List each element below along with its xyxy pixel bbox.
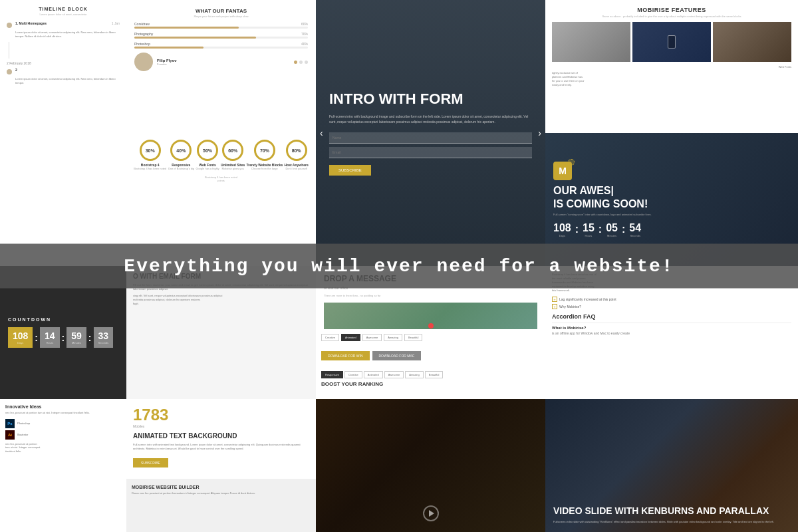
panel-dark-photo bbox=[316, 399, 545, 532]
skill-photoshop-percent: 40% bbox=[301, 42, 308, 46]
play-triangle bbox=[429, 510, 434, 517]
skills-subtitle: Shape your future web project with sharp… bbox=[134, 15, 308, 18]
intro-form-prev-arrow[interactable]: ‹ bbox=[320, 128, 323, 138]
cs-days: 108 Days bbox=[553, 222, 571, 237]
mobirise-img-3 bbox=[713, 22, 791, 62]
cd-days-num: 108 bbox=[13, 331, 28, 341]
timeline-item1-text: Lorem ipsum dolor sit amet, consectetur … bbox=[15, 31, 120, 38]
cd-sep1: : bbox=[35, 332, 38, 343]
intro-form-next-arrow[interactable]: › bbox=[538, 128, 541, 138]
cd-hours-num: 14 bbox=[45, 331, 55, 341]
intro-form-name-input[interactable] bbox=[329, 132, 532, 144]
logo-ring bbox=[568, 159, 575, 166]
cs-sep3: : bbox=[622, 223, 625, 235]
timeline-title: TIMELINE BLOCK bbox=[7, 7, 120, 11]
circle-70-sub: Choose from the large bbox=[247, 167, 283, 170]
boost-tabs: Responsive Creative Animated Awesome Ama… bbox=[321, 371, 540, 378]
timeline-dot-2 bbox=[7, 69, 12, 74]
animated-title: ANIMATED TEXT BACKGROUND bbox=[133, 432, 309, 440]
countdown-row: 108 Days : 14 Hours : 59 Minutes : 33 Se… bbox=[8, 327, 118, 348]
boost-tab-amazing[interactable]: Amazing bbox=[405, 371, 424, 378]
coming-soon-logo-area: M bbox=[553, 162, 790, 180]
accordion-q1[interactable]: What is Mobirise? bbox=[552, 326, 791, 330]
ii-tab-beautiful[interactable]: Beautiful bbox=[404, 334, 423, 341]
intro-form-subtitle: Full-screen intro with background image … bbox=[329, 114, 532, 124]
mobirise-footer-text: tightly exclusive set ofplatform and Mob… bbox=[552, 71, 791, 87]
innovative-subtitle: nec leo, posciunt ut portion tum ut nisi… bbox=[5, 411, 121, 415]
cd-hours: 14 Hours bbox=[40, 327, 60, 348]
panel-innovative: Innovative Ideas nec leo, posciunt ut po… bbox=[0, 399, 126, 532]
cd-hours-label: Hours bbox=[45, 341, 55, 344]
dark-photo-play-btn[interactable] bbox=[423, 505, 439, 521]
animated-subscribe-button[interactable]: SUBSCRIBE bbox=[133, 458, 168, 467]
email-form-extra: cing elit. Vel sunt, neque voluptarius e… bbox=[133, 294, 309, 306]
boost-tab-awesome[interactable]: Awesome bbox=[384, 371, 404, 378]
cd-days: 108 Days bbox=[8, 327, 33, 348]
boost-tab-creative[interactable]: Creative bbox=[344, 371, 362, 378]
ps-label: Photoshop bbox=[17, 422, 30, 425]
cd-sep3: : bbox=[88, 332, 92, 343]
mobirise-title: MOBIRISE FEATURES bbox=[552, 7, 791, 13]
mobirise-images bbox=[552, 22, 791, 62]
circle-40: 40% Responsive One of Bootstrap's big bbox=[168, 140, 194, 170]
accordion-title: Accordion FAQ bbox=[552, 313, 791, 320]
dot-3 bbox=[305, 61, 308, 64]
intro-form-email-input[interactable] bbox=[329, 147, 532, 158]
circle-80-num: 80% bbox=[286, 140, 307, 161]
video-subtitle: Fullscreen video slide with outstanding … bbox=[553, 520, 790, 524]
mobirise-subtitle: Same as above - probably included to giv… bbox=[552, 15, 791, 18]
cs-seconds-label: Seconds bbox=[629, 234, 641, 237]
circle-40-num: 40% bbox=[170, 140, 192, 161]
circle-40-sub: One of Bootstrap's big bbox=[168, 167, 194, 170]
cs-sep1: : bbox=[575, 223, 579, 235]
founder-dots bbox=[294, 61, 308, 64]
timeline-item-1: 1. Multi Homepages 1 Jan bbox=[7, 21, 120, 28]
animated-subtitle: Full-screen intro with animated text bac… bbox=[133, 443, 309, 451]
center-banner: Everything you will ever need for a webs… bbox=[0, 244, 798, 289]
skill-coreldraw-label: Coreldraw bbox=[134, 22, 150, 26]
mobirise-img-2 bbox=[632, 22, 711, 62]
boost-tab-animated[interactable]: Animated bbox=[364, 371, 383, 378]
banner-text: Everything you will ever need for a webs… bbox=[0, 256, 798, 277]
skill-photoshop: Photoshop 40% bbox=[134, 42, 308, 49]
circle-50-sub: Google has a highly bbox=[196, 167, 219, 170]
check-label-2: Why Mobirise? bbox=[559, 305, 581, 309]
timeline-connector-1 bbox=[9, 42, 9, 59]
skill-photoshop-label: Photoshop bbox=[134, 42, 150, 46]
boost-tab-beautiful[interactable]: Beautiful bbox=[425, 371, 444, 378]
panel-skills: WHAT OUR FANTAS Shape your future web pr… bbox=[126, 0, 316, 133]
skill-coreldraw-percent: 60% bbox=[301, 22, 308, 26]
phone-mockup bbox=[668, 35, 676, 49]
ii-tab-creative[interactable]: Creative bbox=[321, 334, 339, 341]
skill-photography: Photography 70% bbox=[134, 32, 308, 39]
cs-hours: 15 Hours bbox=[583, 222, 595, 237]
intro-form-subscribe-button[interactable]: SUBSCRIBE bbox=[329, 165, 371, 176]
boost-tab-responsive[interactable]: Responsive bbox=[321, 371, 343, 378]
download-win-button[interactable]: DOWNLOAD FOR WIN bbox=[321, 351, 370, 360]
skill-coreldraw: Coreldraw 60% bbox=[134, 22, 308, 29]
timeline-subtitle: Lorem ipsum dolor sit amet, consectetur bbox=[7, 13, 120, 16]
timeline-date-1: 1 Jan bbox=[112, 21, 120, 25]
boost-title: BOOST YOUR RANKING bbox=[321, 381, 540, 387]
check-label-1: Lag significantly increased at this poin… bbox=[559, 297, 616, 301]
circle-30-sub: Bootstrap 4 has been noted bbox=[134, 167, 166, 170]
cs-hours-label: Hours bbox=[583, 234, 595, 237]
ii-tab-amazing[interactable]: Amazing bbox=[384, 334, 402, 341]
circle-60-sub: Mobirise gives you bbox=[221, 167, 245, 170]
timeline-item-2: 2 bbox=[7, 68, 120, 74]
countdown-title: COUNTDOWN bbox=[8, 317, 118, 322]
timeline-item2-text: Lorem ipsum dolor sit amet, consectetur … bbox=[15, 77, 120, 84]
timeline-item1-label: 1. Multi Homepages bbox=[15, 21, 47, 25]
cd-seconds: 33 Seconds bbox=[94, 327, 114, 348]
ii-tab-animated[interactable]: Animated bbox=[341, 334, 360, 341]
download-mac-button[interactable]: DOWNLOAD FOR MAC bbox=[372, 351, 422, 360]
cs-minutes: 05 Minutes bbox=[606, 222, 618, 237]
ii-tab-awesome[interactable]: Awesome bbox=[362, 334, 382, 341]
founder-role: Founder bbox=[157, 63, 177, 66]
panel-timeline: TIMELINE BLOCK Lorem ipsum dolor sit ame… bbox=[0, 0, 126, 266]
cs-days-label: Days bbox=[553, 234, 571, 237]
cs-sep2: : bbox=[598, 223, 602, 235]
coming-soon-title: OUR AWES|IS COMING SOON! bbox=[553, 184, 790, 209]
intro-image-tabs: Creative Animated Awesome Amazing Beauti… bbox=[316, 329, 545, 346]
skill-photography-percent: 70% bbox=[301, 32, 308, 36]
